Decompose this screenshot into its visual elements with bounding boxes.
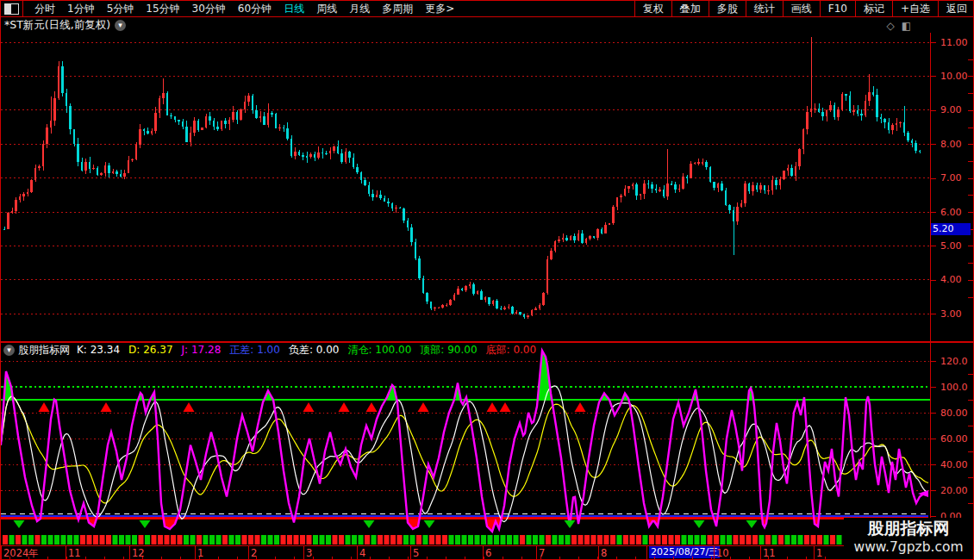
axis-minor-tick bbox=[968, 128, 974, 128]
axis-tick bbox=[930, 280, 936, 281]
bottom-tick bbox=[465, 557, 465, 559]
menu-item-F10[interactable]: F10 bbox=[820, 1, 855, 16]
axis-tick bbox=[930, 314, 936, 314]
bottom-tick bbox=[275, 557, 276, 559]
menu-item-30分钟[interactable]: 30分钟 bbox=[186, 1, 232, 16]
bottom-tick bbox=[294, 557, 295, 559]
chevron-down-circle-icon[interactable]: ▾ bbox=[115, 20, 126, 31]
axis-minor-tick bbox=[968, 280, 974, 281]
bottom-tick bbox=[389, 557, 390, 559]
axis-minor-tick bbox=[968, 263, 974, 264]
watermark-box: 股朋指标网 www.7gpzb.com bbox=[844, 518, 973, 559]
bottom-tick bbox=[768, 557, 769, 559]
month-label-4: 4 bbox=[359, 547, 365, 559]
bottom-tick bbox=[654, 557, 655, 559]
last-price-tag: 5.20 bbox=[931, 223, 971, 235]
bottom-tick bbox=[237, 557, 238, 559]
menu-item-1分钟[interactable]: 1分钟 bbox=[61, 1, 101, 16]
layout-window-icon[interactable] bbox=[4, 3, 19, 15]
axis-tick bbox=[930, 144, 936, 145]
bottom-tick bbox=[503, 557, 503, 559]
diamond-icon[interactable]: ◇ bbox=[886, 20, 901, 32]
menu-item-5分钟[interactable]: 5分钟 bbox=[101, 1, 140, 16]
menu-item-+自选[interactable]: +自选 bbox=[892, 1, 938, 16]
axis-minor-tick bbox=[968, 374, 974, 375]
menu-item-60分钟[interactable]: 60分钟 bbox=[232, 1, 278, 16]
chart-title-row: *ST新元(日线,前复权) ▾ ◇◧ bbox=[1, 18, 974, 33]
axis-tick bbox=[930, 361, 936, 362]
bottom-tick bbox=[446, 557, 446, 559]
bottom-tick bbox=[199, 557, 200, 559]
bottom-tick bbox=[351, 557, 352, 559]
axis-tick bbox=[930, 42, 936, 43]
bottom-tick bbox=[484, 557, 484, 559]
month-label-11: 11 bbox=[68, 547, 81, 559]
menu-item-标记[interactable]: 标记 bbox=[855, 1, 892, 16]
bottom-tick bbox=[66, 557, 67, 559]
month-tick bbox=[410, 546, 411, 559]
symbol-title: *ST新元(日线,前复权) bbox=[1, 18, 110, 33]
axis-tick bbox=[930, 490, 936, 491]
menu-item-更多>[interactable]: 更多> bbox=[419, 1, 460, 16]
indicator-axis-label: 60.00 bbox=[940, 434, 968, 444]
month-label-8: 8 bbox=[601, 547, 607, 559]
menu-item-多股[interactable]: 多股 bbox=[709, 1, 746, 16]
menu-item-统计[interactable]: 统计 bbox=[746, 1, 783, 16]
menu-item-画线[interactable]: 画线 bbox=[783, 1, 820, 16]
axis-minor-tick bbox=[968, 212, 974, 213]
menu-item-15分钟[interactable]: 15分钟 bbox=[140, 1, 185, 16]
month-label-5: 5 bbox=[413, 547, 419, 559]
month-label-3: 3 bbox=[306, 547, 312, 559]
period-menu: 分时1分钟5分钟15分钟30分钟60分钟日线周线月线多周期更多> bbox=[22, 1, 634, 16]
menu-item-月线[interactable]: 月线 bbox=[343, 1, 376, 16]
axis-minor-tick bbox=[968, 110, 974, 111]
month-label-6: 6 bbox=[485, 547, 491, 559]
month-tick bbox=[303, 546, 304, 559]
month-tick bbox=[646, 546, 647, 559]
bottom-tick bbox=[749, 557, 750, 559]
bottom-tick bbox=[578, 557, 579, 559]
price-axis-label: 8.00 bbox=[940, 140, 962, 149]
bottom-tick bbox=[161, 557, 162, 559]
bottom-tick bbox=[123, 557, 124, 559]
month-tick bbox=[714, 546, 715, 559]
bottom-tick bbox=[825, 557, 826, 559]
price-axis-label: 5.00 bbox=[940, 241, 962, 251]
bottom-tick bbox=[85, 557, 86, 559]
bottom-tick bbox=[521, 557, 522, 559]
menu-item-多周期[interactable]: 多周期 bbox=[376, 1, 419, 16]
axis-tick bbox=[930, 413, 936, 414]
month-label-11: 11 bbox=[763, 547, 776, 559]
kdj-indicator-chart[interactable] bbox=[1, 343, 930, 534]
bottom-tick bbox=[711, 557, 712, 559]
price-axis-label: 11.00 bbox=[940, 38, 968, 47]
timeline-axis[interactable]: 2024年1112123456782025/08/27/三10111 bbox=[1, 546, 930, 559]
bottom-tick bbox=[787, 557, 788, 559]
axis-minor-tick bbox=[968, 503, 974, 504]
bottom-tick bbox=[28, 557, 29, 559]
current-date-tag: 2025/08/27/三 bbox=[649, 546, 720, 558]
axis-minor-tick bbox=[968, 178, 974, 179]
tools-menu: 复权叠加多股统计画线F10标记+自选返回 bbox=[634, 1, 974, 16]
indicator-axis-label: 80.00 bbox=[940, 408, 968, 418]
price-axis-label: 4.00 bbox=[940, 275, 962, 284]
menu-item-分时[interactable]: 分时 bbox=[28, 1, 61, 16]
split-pane-icon[interactable]: ◧ bbox=[902, 20, 918, 32]
axis-minor-tick bbox=[968, 477, 974, 478]
menu-item-日线[interactable]: 日线 bbox=[278, 1, 310, 16]
bottom-tick bbox=[142, 557, 143, 559]
axis-border bbox=[930, 33, 931, 560]
updown-block-strip bbox=[1, 534, 930, 545]
price-axis-label: 6.00 bbox=[940, 208, 962, 217]
axis-minor-tick bbox=[968, 195, 974, 196]
menu-item-叠加[interactable]: 叠加 bbox=[671, 1, 709, 16]
menu-item-返回[interactable]: 返回 bbox=[938, 1, 974, 16]
bottom-tick bbox=[616, 557, 617, 559]
axis-minor-tick bbox=[968, 59, 974, 60]
main-candlestick-chart[interactable] bbox=[1, 34, 930, 341]
watermark-url: www.7gpzb.com bbox=[844, 538, 973, 556]
price-axis-label: 7.00 bbox=[940, 173, 962, 183]
axis-minor-tick bbox=[968, 297, 974, 298]
menu-item-周线[interactable]: 周线 bbox=[310, 1, 343, 16]
menu-item-复权[interactable]: 复权 bbox=[634, 1, 671, 16]
